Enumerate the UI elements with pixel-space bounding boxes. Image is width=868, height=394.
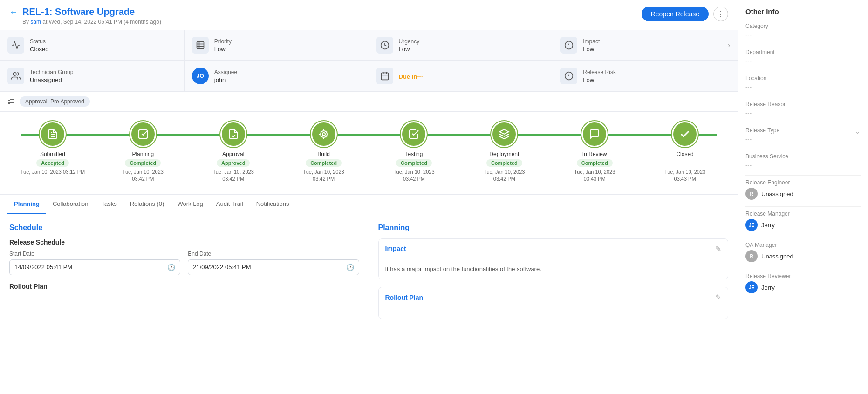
start-date-clock-icon: 🕐 (167, 264, 175, 271)
status-icon (7, 37, 24, 54)
timeline-circle-approval (220, 121, 246, 147)
rollout-edit-icon[interactable]: ✎ (715, 293, 721, 302)
release-risk-cell[interactable]: Release Risk Low (553, 61, 738, 91)
sidebar-location: Location --- (745, 75, 861, 90)
svg-point-6 (13, 73, 16, 76)
end-date-clock-icon: 🕐 (346, 264, 354, 271)
back-button[interactable]: ← (9, 7, 18, 17)
approval-tag-icon: 🏷 (7, 97, 15, 106)
timeline-item-build[interactable]: Build Completed Tue, Jan 10, 202303:42 P… (279, 121, 369, 183)
rollout-plan-card-body (379, 307, 728, 319)
more-options-button[interactable]: ⋮ (713, 7, 728, 21)
release-manager-avatar: JE (745, 219, 758, 231)
timeline-item-approval[interactable]: Approval Approved Tue, Jan 10, 202303:42… (188, 121, 279, 183)
approval-badge: Approval: Pre Approved (20, 96, 90, 107)
release-schedule-subtitle: Release Schedule (9, 238, 359, 246)
page-title: REL-1: Software Upgrade (22, 7, 161, 17)
svg-point-17 (322, 133, 325, 136)
timeline-item-submitted[interactable]: Submitted Accepted Tue, Jan 10, 2023 03:… (7, 121, 98, 176)
planning-title: Planning (378, 224, 729, 232)
start-date-input[interactable]: 14/09/2022 05:41 PM 🕐 (9, 259, 180, 275)
author-link[interactable]: sam (30, 19, 41, 25)
sidebar-release-reason: Release Reason --- (745, 101, 861, 116)
timeline-circle-testing (401, 121, 427, 147)
sidebar-category: Category --- (745, 23, 861, 38)
sidebar-release-engineer: Release Engineer R Unassigned (745, 179, 861, 200)
tab-planning[interactable]: Planning (7, 195, 46, 214)
due-date-icon (376, 68, 393, 84)
timeline-circle-deployment (491, 121, 517, 147)
timeline-section: Submitted Accepted Tue, Jan 10, 2023 03:… (0, 112, 738, 195)
sidebar-release-manager: Release Manager JE Jerry (745, 211, 861, 231)
assignee-avatar: JO (192, 68, 209, 84)
tab-work-log[interactable]: Work Log (171, 195, 209, 214)
tab-content: Schedule Release Schedule Start Date 14/… (0, 214, 738, 336)
impact-card: Impact ✎ It has a major impact on the fu… (378, 238, 729, 280)
rollout-plan-card-title: Rollout Plan (385, 294, 424, 301)
technician-group-icon (7, 68, 24, 84)
status-cell[interactable]: Status Closed (0, 30, 185, 61)
tab-relations[interactable]: Relations (0) (123, 195, 171, 214)
approval-bar: 🏷 Approval: Pre Approved (0, 92, 738, 112)
sidebar-department: Department --- (745, 49, 861, 64)
release-reviewer-avatar: JE (745, 281, 758, 293)
info-grid-row1: Status Closed Priority Low Urgency (0, 30, 738, 61)
timeline-track: Submitted Accepted Tue, Jan 10, 2023 03:… (7, 121, 730, 183)
end-date-input[interactable]: 21/09/2022 05:41 PM 🕐 (188, 259, 359, 275)
tab-collaboration[interactable]: Collaboration (46, 195, 95, 214)
reopen-release-button[interactable]: Reopen Release (642, 7, 709, 21)
expand-icon: › (728, 41, 730, 49)
priority-cell[interactable]: Priority Low (185, 30, 369, 61)
priority-icon (192, 37, 209, 54)
impact-icon (560, 37, 577, 54)
timeline-circle-in-review (581, 121, 608, 147)
technician-group-cell[interactable]: Technician Group Unassigned (0, 61, 185, 91)
rollout-plan-label: Rollout Plan (9, 283, 359, 290)
sidebar-qa-manager: QA Manager R Unassigned (745, 242, 861, 262)
end-date-label: End Date (188, 251, 359, 257)
other-info-sidebar: Other Info Category --- Department --- L… (738, 0, 868, 394)
qa-manager-name: Unassigned (761, 253, 793, 260)
start-date-label: Start Date (9, 251, 180, 257)
svg-rect-7 (381, 73, 388, 80)
release-engineer-name: Unassigned (761, 190, 793, 197)
impact-card-body: It has a major impact on the functionali… (379, 259, 728, 279)
tab-notifications[interactable]: Notifications (250, 195, 296, 214)
tabs-bar: Planning Collaboration Tasks Relations (… (0, 195, 738, 214)
sidebar-business-service: Business Service --- (745, 153, 861, 169)
urgency-icon (376, 37, 393, 54)
svg-rect-0 (197, 42, 204, 49)
timeline-circle-closed (672, 121, 698, 147)
timeline-circle-planning (130, 121, 156, 147)
timeline-item-testing[interactable]: Testing Completed Tue, Jan 10, 202303:42… (369, 121, 459, 183)
svg-rect-16 (139, 130, 147, 138)
urgency-cell[interactable]: Urgency Low (369, 30, 554, 61)
timeline-item-deployment[interactable]: Deployment Completed Tue, Jan 10, 202303… (459, 121, 549, 183)
impact-cell[interactable]: Impact Low › (553, 30, 738, 61)
assignee-cell[interactable]: JO Assignee john (185, 61, 369, 91)
page-subtitle: By sam at Wed, Sep 14, 2022 05:41 PM (4 … (22, 19, 161, 25)
impact-edit-icon[interactable]: ✎ (715, 245, 721, 253)
timeline-item-closed[interactable]: Closed Tue, Jan 10, 202303:43 PM (640, 121, 730, 183)
impact-card-title: Impact (385, 245, 406, 252)
planning-section: Planning Impact ✎ It has a major impact … (369, 214, 738, 336)
release-risk-icon (560, 68, 577, 84)
svg-point-18 (321, 131, 327, 137)
schedule-title: Schedule (9, 224, 359, 232)
timeline-item-planning[interactable]: Planning Completed Tue, Jan 10, 202303:4… (98, 121, 188, 183)
rollout-plan-card: Rollout Plan ✎ (378, 287, 729, 319)
start-date-field: Start Date 14/09/2022 05:41 PM 🕐 (9, 251, 180, 275)
release-engineer-avatar: R (745, 188, 758, 200)
timeline-circle-submitted (40, 121, 66, 147)
schedule-section: Schedule Release Schedule Start Date 14/… (0, 214, 369, 336)
tab-tasks[interactable]: Tasks (95, 195, 123, 214)
end-date-field: End Date 21/09/2022 05:41 PM 🕐 (188, 251, 359, 275)
sidebar-release-type[interactable]: Release Type ⌄ --- (745, 127, 861, 143)
tab-audit-trail[interactable]: Audit Trail (210, 195, 250, 214)
sidebar-title: Other Info (745, 7, 861, 15)
timeline-item-in-review[interactable]: In Review Completed Tue, Jan 10, 202303:… (549, 121, 640, 183)
page-header: ← REL-1: Software Upgrade By sam at Wed,… (0, 0, 738, 30)
timeline-circle-build (311, 121, 337, 147)
due-date-cell[interactable]: Due In--- (369, 61, 554, 91)
qa-manager-avatar: R (745, 250, 758, 262)
